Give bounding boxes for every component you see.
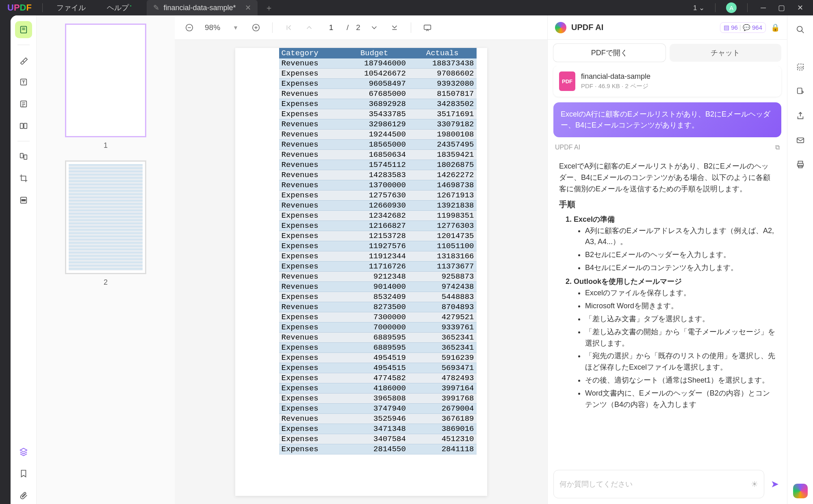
table-row: Revenues68895953652341 — [279, 333, 477, 343]
svg-line-21 — [801, 31, 804, 33]
table-row: Revenues1924450019800108 — [279, 130, 477, 140]
table-row: Expenses73000004279521 — [279, 312, 477, 322]
table-row: Expenses1234268211998351 — [279, 211, 477, 221]
step-bullet: Word文書内に、Eメールのヘッダー（B2の内容）とコンテンツ（B4の内容）を入… — [585, 388, 776, 411]
page-input[interactable] — [323, 23, 339, 32]
bookmark-tool[interactable] — [15, 465, 32, 482]
lock-icon[interactable]: 🔒 — [771, 23, 780, 32]
search-button[interactable] — [792, 21, 809, 38]
table-row: Expenses9605849793932080 — [279, 79, 477, 89]
page-thumbnail-2[interactable] — [65, 160, 146, 274]
step-bullet: Excelのファイルを保存します。 — [585, 288, 776, 299]
presentation-button[interactable] — [421, 21, 434, 34]
table-row: Expenses39658083991768 — [279, 394, 477, 404]
prev-page-button[interactable] — [303, 21, 316, 34]
ai-tabs: PDFで開く チャット — [548, 40, 787, 66]
svg-rect-10 — [20, 154, 23, 158]
col-actuals: Actuals — [408, 48, 477, 58]
convert-button[interactable] — [792, 83, 809, 100]
zoom-in-button[interactable] — [249, 21, 262, 34]
table-row: Revenues1685063418359421 — [279, 150, 477, 160]
window-count[interactable]: 1 ⌄ — [693, 4, 705, 12]
maximize-button[interactable]: ▢ — [776, 3, 787, 12]
attachment-tool[interactable] — [15, 487, 32, 504]
user-message: ExcelのA行に顧客のEメールリストがあり、B2にEメールヘッダー、B4にEメ… — [553, 102, 781, 137]
svg-text:OCR: OCR — [797, 66, 803, 69]
print-button[interactable] — [792, 156, 809, 173]
first-page-button[interactable] — [282, 21, 295, 34]
step-bullet: B2セルにEメールのヘッダーを入力します。 — [585, 249, 776, 261]
app-logo: UPDF — [7, 2, 32, 13]
thumb-label-1: 1 — [104, 141, 108, 150]
minimize-button[interactable]: ─ — [758, 4, 768, 12]
ai-panel: UPDF AI ▤96 | 💬964 🔒 PDFで開く チャット PDF fin… — [547, 15, 787, 504]
svg-rect-8 — [20, 123, 23, 129]
document-viewport[interactable]: CategoryBudgetActuals Revenues1879460001… — [175, 40, 547, 504]
pdf-file-icon: PDF — [559, 71, 575, 91]
file-name: financial-data-sample — [581, 72, 650, 81]
page-separator: / — [347, 23, 349, 32]
svg-rect-25 — [797, 138, 804, 143]
svg-rect-26 — [798, 161, 802, 164]
table-row: Expenses1215372812014735 — [279, 231, 477, 241]
svg-rect-9 — [24, 123, 26, 129]
chat-icon: 💬 — [743, 24, 750, 31]
close-tab-icon[interactable]: ✕ — [245, 3, 251, 12]
compare-tool[interactable] — [15, 148, 32, 165]
menu-file[interactable]: ファイル — [46, 3, 96, 13]
file-card[interactable]: PDF financial-data-sample PDF · 46.9 KB … — [553, 66, 781, 97]
table-row: Expenses3689292834283502 — [279, 99, 477, 109]
document-tab[interactable]: ✎ financial-data-sample* ✕ — [147, 0, 257, 15]
email-button[interactable] — [792, 132, 809, 149]
svg-rect-13 — [22, 199, 25, 201]
form-tool[interactable] — [15, 95, 32, 112]
text-tool[interactable] — [15, 74, 32, 91]
table-row: Expenses47745824782493 — [279, 373, 477, 383]
badge-messages: 💬964 — [743, 24, 762, 31]
table-row: Expenses1191234413183166 — [279, 251, 477, 262]
file-meta: PDF · 46.9 KB · 2 ページ — [581, 82, 650, 90]
thumb-label-2: 2 — [104, 278, 108, 287]
last-page-button[interactable] — [388, 21, 401, 34]
table-row: Expenses1171672611373677 — [279, 262, 477, 272]
step-item: Outlookを使用したメールマージExcelのファイルを保存します。Micro… — [574, 276, 776, 411]
layers-tool[interactable] — [15, 443, 32, 460]
ocr-button[interactable]: OCR — [792, 58, 809, 76]
table-row: Expenses3543378535171691 — [279, 109, 477, 119]
organize-tool[interactable] — [15, 117, 32, 134]
highlight-tool[interactable] — [15, 52, 32, 69]
crop-tool[interactable] — [15, 170, 32, 187]
redact-tool[interactable] — [15, 192, 32, 209]
table-row: Expenses34713483869016 — [279, 424, 477, 434]
ai-toggle-button[interactable] — [793, 484, 808, 498]
add-tab-button[interactable]: ＋ — [265, 2, 273, 13]
zoom-out-button[interactable] — [183, 21, 196, 34]
hint-icon[interactable]: ☀ — [751, 479, 758, 489]
next-page-button[interactable] — [368, 21, 381, 34]
table-row: Revenues1574511218026875 — [279, 160, 477, 170]
step-bullet: Microsoft Wordを開きます。 — [585, 301, 776, 312]
tab-open-pdf[interactable]: PDFで開く — [553, 44, 666, 62]
close-window-button[interactable]: ✕ — [795, 3, 806, 12]
page-thumbnail-1[interactable] — [65, 24, 146, 137]
col-category: Category — [279, 48, 340, 58]
share-button[interactable] — [792, 107, 809, 124]
step-bullet: その後、適切なシート（通常はSheet1）を選択します。 — [585, 375, 776, 386]
copy-icon[interactable]: ⧉ — [775, 144, 780, 151]
table-row: Expenses28145502841118 — [279, 444, 477, 454]
step-bullet: B4セルにEメールのコンテンツを入力します。 — [585, 262, 776, 274]
thumbnails-panel: 1 2 — [37, 15, 175, 504]
zoom-dropdown[interactable]: ▼ — [229, 21, 242, 34]
ai-chat-input[interactable] — [559, 474, 751, 495]
menu-help[interactable]: ヘルプ — [96, 3, 142, 13]
send-button[interactable]: ➤ — [768, 476, 781, 492]
thumbnails-tool[interactable] — [15, 21, 32, 38]
page-total: 2 — [356, 23, 360, 32]
step-item: Excelの準備A列に顧客のEメールアドレスを入力します（例えば、A2, A3,… — [574, 214, 776, 274]
ai-response-label: UPDF AI ⧉ — [555, 144, 780, 151]
user-avatar[interactable]: A — [726, 2, 737, 13]
table-row: Revenues1370000014698738 — [279, 180, 477, 190]
document-toolbar: 98% ▼ / 2 — [175, 15, 547, 40]
tab-chat[interactable]: チャット — [670, 44, 782, 62]
ai-usage-badges[interactable]: ▤96 | 💬964 — [720, 22, 766, 33]
